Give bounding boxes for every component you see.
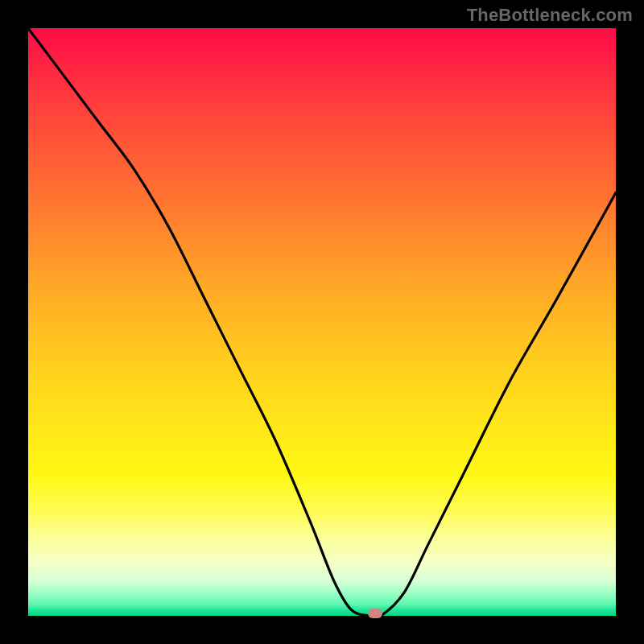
curve-svg [28,28,616,616]
chart-container: TheBottleneck.com [0,0,644,644]
watermark-text: TheBottleneck.com [467,5,633,26]
optimal-point-marker [368,609,382,618]
bottleneck-curve [28,28,616,616]
plot-area [28,28,616,616]
